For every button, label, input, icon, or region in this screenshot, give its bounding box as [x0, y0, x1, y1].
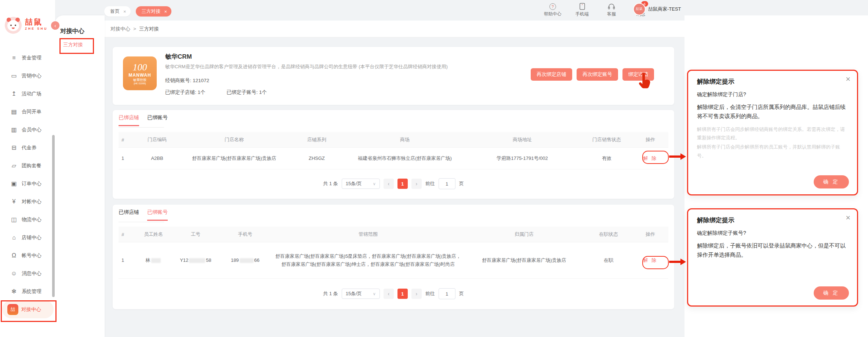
- confirm-button[interactable]: 确 定: [814, 175, 849, 188]
- stores-panel-tabs: 已绑店铺 已绑账号: [119, 114, 168, 126]
- bound-accounts-value: 1个: [259, 89, 267, 95]
- table-row: 1 A2BB 舒百康家居广场(舒百康家居广场)贵族店 ZHSGZ 福建省泉州市石…: [119, 148, 668, 169]
- dialog-question: 确定解除绑定子门店?: [697, 91, 848, 98]
- col-sales-status: 门店销售状态: [581, 132, 632, 148]
- close-icon[interactable]: ×: [123, 9, 126, 14]
- tab-bound-stores[interactable]: 已绑店铺: [119, 114, 139, 126]
- prev-page-button[interactable]: ‹: [384, 179, 394, 189]
- cell-scope: 舒百康家居广场(舒百康家居广场)5星床垫店，舒百康家居广场(舒百康家居广场)贵族…: [273, 242, 464, 279]
- col-action: 操作: [632, 227, 668, 242]
- sidebar-item-message[interactable]: ☺ 消息中心: [0, 264, 55, 282]
- close-icon[interactable]: ×: [846, 214, 850, 222]
- goto-suffix: 页: [459, 180, 464, 187]
- brand-wordmark: 喆鼠 ZHE SHU: [25, 18, 48, 30]
- tab-third-party[interactable]: 三方对接 ×: [136, 6, 172, 17]
- message-icon: ☺: [10, 270, 18, 277]
- action-label: 客服: [607, 11, 616, 17]
- col-action: 操作: [632, 132, 668, 148]
- dealer-account-line: 经销商账号: 121072: [165, 77, 209, 84]
- pagination-total: 共 1 条: [323, 290, 338, 297]
- tab-bound-stores[interactable]: 已绑店铺: [119, 209, 139, 221]
- bound-accounts: 已绑定子账号: 1个: [227, 89, 267, 96]
- cell-index: 1: [119, 242, 133, 279]
- customer-service-button[interactable]: 客服: [601, 3, 622, 17]
- sidebar-item-account[interactable]: Ω 帐号中心: [0, 246, 55, 264]
- sidebar-item-vip[interactable]: ▥ 会员中心: [0, 121, 55, 139]
- unbind-store-link[interactable]: 解 除: [643, 155, 658, 161]
- table-row: 1 林 Y1258 18966 舒百康家居广场(舒百康家居广场)5星床垫店，舒百…: [119, 242, 668, 279]
- employee-name-visible: 林: [146, 257, 150, 263]
- dialog-title: 解除绑定提示: [697, 216, 848, 224]
- page-size-value: 15条/页: [346, 180, 362, 187]
- bound-stores-panel: 已绑店铺 已绑账号 # 门店编码 门店名称 店铺系列 商场 商场地址 门店销售状…: [113, 110, 674, 199]
- confirm-button[interactable]: 确 定: [814, 286, 849, 300]
- contract-icon: ▤: [10, 108, 18, 115]
- order-icon: ▣: [10, 180, 18, 187]
- cell-sales-status: 有效: [581, 148, 632, 169]
- logistics-icon: ◫: [10, 216, 18, 223]
- col-phone: 手机号: [218, 227, 273, 242]
- col-job-number: 工号: [174, 227, 218, 242]
- sidebar-item-integration[interactable]: 喆 对接中心: [2, 300, 54, 318]
- chevron-down-icon: ∨: [373, 182, 376, 186]
- cell-store-code: A2BB: [133, 148, 181, 169]
- bound-stores: 已绑定子店铺: 1个: [165, 89, 206, 96]
- sidebar-item-logistics[interactable]: ◫ 物流中心: [0, 210, 55, 228]
- tab-bound-accounts[interactable]: 已绑账号: [147, 114, 168, 126]
- page-size-select[interactable]: 15条/页 ∨: [342, 289, 380, 299]
- current-page-button[interactable]: 1: [397, 289, 408, 299]
- current-page-button[interactable]: 1: [397, 179, 408, 189]
- sidebar-item-marketing[interactable]: ▭ 营销中心: [0, 67, 55, 85]
- help-center-button[interactable]: ? 帮助中心: [542, 3, 563, 17]
- phone-suffix: 66: [254, 257, 259, 263]
- sidebar-item-activity[interactable]: ↥ 活动广场: [0, 85, 55, 103]
- sidebar-item-reconcile[interactable]: ¥ 对帐中心: [0, 193, 55, 210]
- rebind-store-button[interactable]: 再次绑定店铺: [531, 68, 572, 81]
- tab-label: 三方对接: [142, 8, 161, 15]
- system-icon: ✻: [10, 288, 18, 295]
- sidebar-item-system[interactable]: ✻ 系统管理: [0, 282, 55, 300]
- submenu-item-third-party[interactable]: 三方对接: [63, 41, 83, 48]
- sidebar-item-store[interactable]: ⌂ 店铺中心: [0, 228, 55, 246]
- user-menu[interactable]: 喆鼠 喆鼠商家-TEST: [634, 4, 681, 15]
- integration-icon: 喆: [7, 304, 18, 315]
- mascot-face-icon: [7, 20, 19, 31]
- user-name: 喆鼠商家-TEST: [648, 6, 681, 12]
- sidebar-item-contract[interactable]: ▤ 合同开单: [0, 103, 55, 121]
- pagination-total: 共 1 条: [323, 180, 338, 187]
- tabs-divider: [119, 222, 164, 222]
- goto-page-input[interactable]: [439, 288, 455, 299]
- bound-accounts-label: 已绑定子账号:: [227, 89, 258, 95]
- sidebar-item-orders[interactable]: ▣ 订单中心: [0, 175, 55, 193]
- breadcrumb-separator: >: [133, 26, 136, 32]
- close-icon[interactable]: ×: [164, 9, 167, 14]
- bound-accounts-table: # 员工姓名 工号 手机号 管辖范围 归属门店 在职状态 操作 1 林 Y125…: [119, 227, 668, 279]
- brand-name: 喆鼠: [25, 18, 48, 26]
- tab-bound-accounts[interactable]: 已绑账号: [147, 209, 168, 221]
- sidebar-collapse-button[interactable]: ‹: [51, 21, 59, 30]
- next-page-button[interactable]: ›: [411, 179, 422, 189]
- logo-line: 100: [133, 62, 147, 73]
- goto-page-input[interactable]: [439, 178, 455, 189]
- next-page-button[interactable]: ›: [411, 289, 422, 299]
- dealer-account-label: 经销商账号:: [165, 78, 191, 83]
- col-mall: 商场: [346, 132, 464, 148]
- sidebar-scrollbar[interactable]: [52, 135, 55, 297]
- sidebar-item-funds[interactable]: ≡ 资金管理: [0, 49, 55, 67]
- crm-title: 敏华CRM: [165, 52, 192, 61]
- col-series: 店铺系列: [287, 132, 346, 148]
- unbind-account-link[interactable]: 解 除: [643, 257, 658, 263]
- close-icon[interactable]: ×: [846, 75, 850, 83]
- sidebar-item-voucher[interactable]: ⊟ 代金券: [0, 139, 55, 157]
- tab-home[interactable]: 首页 ×: [104, 6, 131, 17]
- logo-line: (HK 01999): [134, 82, 146, 85]
- sidebar-item-group-buy[interactable]: ▱ 团购套餐: [0, 157, 55, 175]
- mobile-app-button[interactable]: 手机端: [572, 3, 592, 17]
- breadcrumb-root[interactable]: 对接中心: [110, 26, 130, 32]
- cell-series: ZHSGZ: [287, 148, 346, 169]
- prev-page-button[interactable]: ‹: [384, 289, 394, 299]
- page-size-select[interactable]: 15条/页 ∨: [342, 179, 380, 189]
- rebind-account-button[interactable]: 再次绑定账号: [577, 68, 618, 81]
- vip-icon: ▥: [10, 126, 18, 133]
- job-number-suffix: 58: [206, 257, 211, 263]
